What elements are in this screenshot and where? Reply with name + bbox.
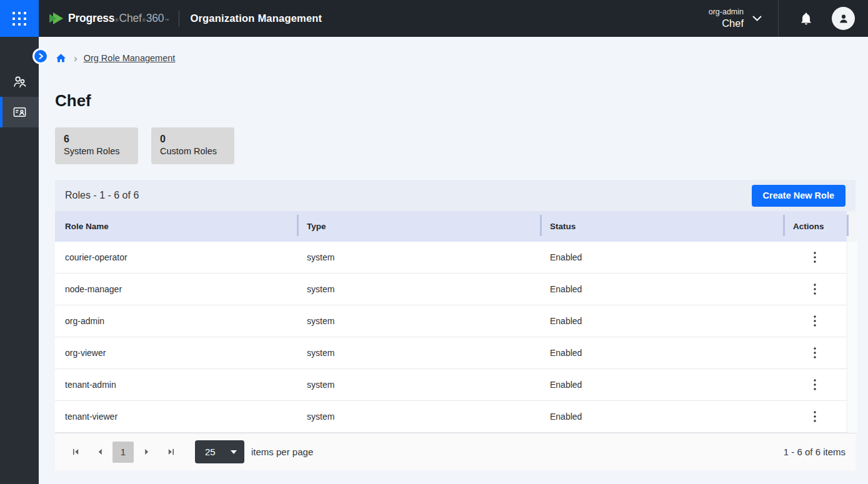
pagination-range-label: 1 - 6 of 6 items bbox=[784, 447, 846, 457]
sidebar-item-users[interactable] bbox=[0, 66, 39, 97]
app-title: Organization Management bbox=[190, 12, 322, 24]
cell-status: Enabled bbox=[540, 274, 783, 305]
brand-logo: Progress®Chef®360™ bbox=[49, 12, 169, 25]
row-actions-menu-button[interactable] bbox=[807, 248, 822, 267]
breadcrumb-link-org-role-management[interactable]: Org Role Management bbox=[84, 53, 176, 63]
header-divider bbox=[778, 0, 779, 37]
row-actions-menu-button[interactable] bbox=[807, 407, 822, 426]
cell-role-name: node-manager bbox=[55, 274, 297, 305]
table-row: node-manager system Enabled bbox=[55, 274, 856, 305]
table-scrollbar-gutter bbox=[847, 401, 857, 433]
page-size-dropdown[interactable]: 25 bbox=[195, 440, 244, 463]
cell-status: Enabled bbox=[540, 305, 783, 337]
kebab-menu-icon bbox=[814, 252, 816, 263]
breadcrumb-home-link[interactable] bbox=[55, 52, 67, 64]
sidebar-expand-button[interactable] bbox=[32, 48, 49, 64]
breadcrumb-separator: › bbox=[74, 53, 77, 64]
app-launcher-button[interactable] bbox=[0, 0, 39, 37]
stat-card: 6 System Roles bbox=[55, 127, 138, 164]
trademark-mark: ™ bbox=[164, 18, 169, 22]
progress-logo-icon bbox=[49, 12, 64, 25]
account-button[interactable] bbox=[832, 7, 855, 30]
column-header-actions: Actions bbox=[783, 211, 847, 242]
table-scrollbar-gutter bbox=[847, 305, 857, 337]
last-page-button[interactable] bbox=[160, 442, 181, 463]
stat-value: 6 bbox=[64, 133, 129, 145]
next-page-icon bbox=[144, 448, 150, 456]
cell-actions bbox=[783, 305, 847, 337]
kebab-menu-icon bbox=[814, 284, 816, 295]
cell-type: system bbox=[297, 369, 540, 401]
avatar-icon bbox=[837, 12, 850, 25]
table-row: tenant-admin system Enabled bbox=[55, 369, 856, 401]
previous-page-icon bbox=[97, 448, 102, 456]
cell-role-name: org-admin bbox=[55, 305, 297, 337]
role-card-icon bbox=[12, 105, 27, 119]
top-header: Progress®Chef®360™ Organization Manageme… bbox=[0, 0, 868, 37]
last-page-icon bbox=[167, 448, 175, 456]
table-header-row: Role Name Type Status Actions bbox=[55, 211, 856, 242]
table-scrollbar-gutter bbox=[847, 211, 856, 242]
cell-type: system bbox=[297, 242, 540, 274]
stat-label: Custom Roles bbox=[160, 146, 226, 156]
stat-value: 0 bbox=[160, 133, 226, 145]
chevron-right-icon bbox=[38, 53, 44, 59]
bell-icon bbox=[799, 11, 813, 26]
cell-actions bbox=[783, 401, 847, 433]
current-page-button[interactable]: 1 bbox=[112, 442, 134, 463]
cell-actions bbox=[783, 274, 847, 305]
page-title: Chef bbox=[55, 92, 856, 109]
notifications-button[interactable] bbox=[799, 11, 813, 26]
cell-status: Enabled bbox=[540, 369, 783, 401]
row-actions-menu-button[interactable] bbox=[807, 343, 822, 362]
stat-card: 0 Custom Roles bbox=[151, 127, 234, 164]
sidebar-item-org-roles[interactable] bbox=[0, 97, 39, 127]
user-role-label: org-admin bbox=[709, 7, 744, 17]
cell-role-name: courier-operator bbox=[55, 242, 297, 274]
home-icon bbox=[55, 52, 67, 64]
kebab-menu-icon bbox=[814, 315, 816, 327]
kebab-menu-icon bbox=[814, 411, 816, 422]
chevron-down-icon bbox=[752, 16, 762, 21]
brand-chef: Chef bbox=[119, 12, 141, 25]
brand-360: 360 bbox=[146, 12, 164, 25]
table-scrollbar-gutter bbox=[847, 337, 857, 369]
cell-type: system bbox=[297, 337, 540, 369]
user-org-menu[interactable]: org-admin Chef bbox=[709, 7, 762, 29]
table-body: courier-operator system Enabled bbox=[55, 242, 856, 433]
header-divider bbox=[179, 11, 179, 27]
first-page-icon bbox=[72, 448, 80, 456]
next-page-button[interactable] bbox=[136, 442, 157, 463]
user-org-label: Chef bbox=[709, 17, 744, 29]
cell-actions bbox=[783, 242, 847, 274]
cell-status: Enabled bbox=[540, 242, 783, 274]
table-row: tenant-viewer system Enabled bbox=[55, 401, 856, 433]
column-header-type: Type bbox=[297, 211, 540, 242]
table-toolbar: Roles - 1 - 6 of 6 Create New Role bbox=[55, 180, 856, 211]
brand-progress: Progress bbox=[68, 12, 114, 25]
stat-label: System Roles bbox=[64, 146, 129, 156]
users-icon bbox=[12, 74, 27, 89]
table-row: org-admin system Enabled bbox=[55, 305, 856, 337]
page-size-value: 25 bbox=[205, 447, 216, 457]
cell-type: system bbox=[297, 274, 540, 305]
row-actions-menu-button[interactable] bbox=[807, 312, 822, 330]
previous-page-button[interactable] bbox=[89, 442, 110, 463]
left-sidebar bbox=[0, 37, 39, 484]
dropdown-arrow-icon bbox=[231, 450, 237, 454]
grid-dots-icon bbox=[12, 12, 26, 26]
row-actions-menu-button[interactable] bbox=[807, 280, 822, 299]
row-actions-menu-button[interactable] bbox=[807, 375, 822, 394]
cell-type: system bbox=[297, 305, 540, 337]
roles-table-card: Roles - 1 - 6 of 6 Create New Role Role … bbox=[55, 180, 856, 470]
table-scrollbar-gutter bbox=[847, 242, 857, 274]
column-header-status: Status bbox=[540, 211, 783, 242]
cell-status: Enabled bbox=[540, 401, 783, 433]
create-new-role-button[interactable]: Create New Role bbox=[752, 185, 846, 207]
first-page-button[interactable] bbox=[65, 442, 86, 463]
stats-row: 6 System Roles 0 Custom Roles bbox=[55, 127, 856, 164]
cell-role-name: tenant-admin bbox=[55, 369, 297, 401]
column-header-role-name: Role Name bbox=[55, 211, 297, 242]
kebab-menu-icon bbox=[814, 347, 816, 358]
kebab-menu-icon bbox=[814, 379, 816, 390]
